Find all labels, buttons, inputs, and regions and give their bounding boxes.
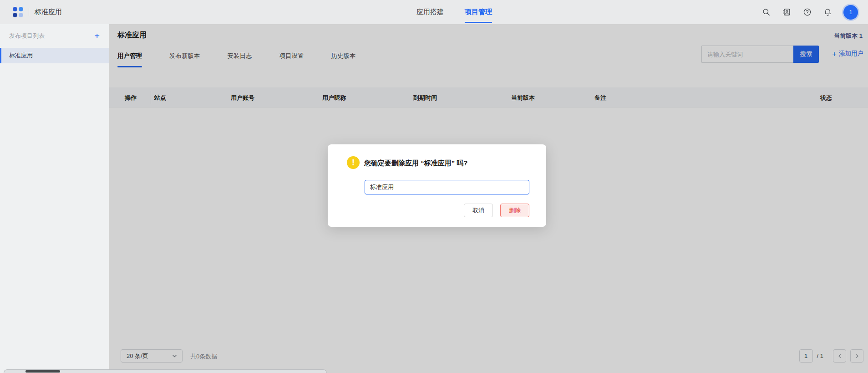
add-project-icon[interactable]: +	[94, 31, 100, 41]
help-icon[interactable]	[802, 8, 812, 17]
bell-icon[interactable]	[823, 8, 832, 17]
delete-confirm-dialog: ! 您确定要删除应用 “标准应用” 吗? 取消 删除	[328, 144, 546, 227]
brand: 标准应用	[0, 7, 62, 17]
bottom-edge-cutoff-text	[25, 370, 60, 373]
delete-button[interactable]: 删除	[500, 204, 529, 217]
contacts-icon[interactable]	[782, 8, 791, 17]
sidebar-header-label: 发布项目列表	[9, 32, 45, 40]
dialog-title: 您确定要删除应用 “标准应用” 吗?	[364, 159, 468, 168]
topbar: 标准应用 应用搭建 项目管理 1	[0, 0, 868, 24]
user-avatar[interactable]: 1	[843, 5, 858, 20]
sidebar-item-project[interactable]: 标准应用	[0, 48, 109, 63]
sidebar-header: 发布项目列表 +	[0, 24, 109, 48]
search-icon[interactable]	[761, 8, 771, 17]
warning-icon: !	[347, 156, 360, 169]
top-navigation: 应用搭建 项目管理	[416, 0, 492, 24]
app-window: 标准应用 应用搭建 项目管理 1	[0, 0, 868, 373]
topbar-actions: 1	[761, 0, 858, 24]
app-title: 标准应用	[35, 8, 62, 16]
sidebar-item-label: 标准应用	[9, 51, 33, 60]
confirm-name-input[interactable]	[365, 180, 529, 194]
nav-tab-app-build[interactable]: 应用搭建	[416, 0, 444, 24]
nav-tab-project-management[interactable]: 项目管理	[465, 0, 492, 24]
app-logo-icon	[13, 7, 23, 17]
brand-divider	[29, 8, 29, 16]
dialog-actions: 取消 删除	[464, 204, 529, 217]
cancel-button[interactable]: 取消	[464, 204, 493, 217]
sidebar: 发布项目列表 + 标准应用	[0, 24, 109, 373]
